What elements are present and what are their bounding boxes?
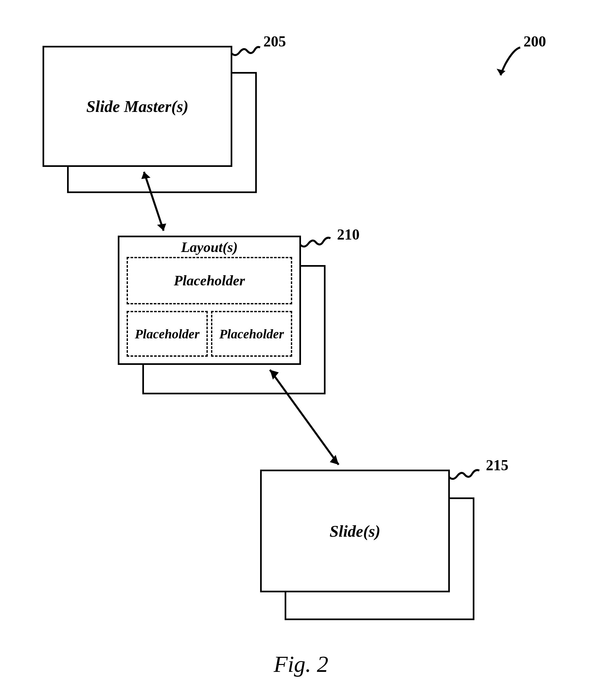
placeholder-top-label: Placeholder [174, 272, 245, 289]
slide-master-label: Slide Master(s) [86, 97, 189, 116]
layout-ref-num: 210 [337, 226, 359, 243]
layout-front: Layout(s) Placeholder Placeholder Placeh… [118, 235, 301, 365]
layout-title: Layout(s) [119, 239, 299, 256]
svg-line-1 [144, 172, 164, 231]
slide-ref-squiggle [447, 461, 486, 484]
placeholder-bottom-right: Placeholder [211, 311, 292, 357]
master-ref-squiggle [229, 38, 265, 60]
main-ref-arrow [491, 44, 530, 83]
slide-front: Slide(s) [260, 470, 450, 592]
svg-line-4 [270, 370, 338, 465]
arrow-layout-slide [262, 363, 347, 471]
placeholder-br-label: Placeholder [219, 326, 284, 342]
slide-master-front: Slide Master(s) [43, 46, 232, 167]
diagram-canvas: 200 Slide Master(s) 205 Layout(s) Placeh… [0, 0, 602, 700]
placeholder-bl-label: Placeholder [135, 326, 200, 342]
placeholder-bottom-left: Placeholder [127, 311, 208, 357]
master-ref-num: 205 [264, 33, 286, 50]
figure-caption: Fig. 2 [0, 651, 602, 677]
svg-marker-0 [497, 69, 505, 75]
layout-ref-squiggle [298, 229, 337, 252]
slide-label: Slide(s) [329, 522, 380, 541]
svg-marker-6 [330, 455, 338, 465]
slide-ref-num: 215 [486, 456, 508, 474]
arrow-master-layout [134, 165, 173, 237]
svg-marker-2 [141, 172, 151, 179]
svg-marker-5 [270, 370, 279, 380]
placeholder-top: Placeholder [127, 257, 292, 304]
svg-marker-3 [157, 224, 166, 231]
